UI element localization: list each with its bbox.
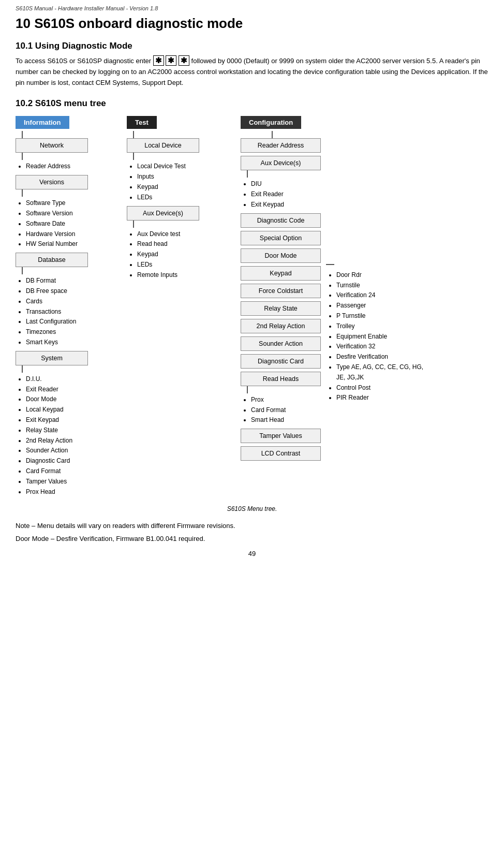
versions-item-3: Hardware Version — [26, 229, 78, 240]
relay-state-node: Relay State — [241, 301, 321, 316]
page-number: 49 — [16, 550, 488, 557]
network-item-reader-address: Reader Address — [26, 162, 70, 172]
test-column: Test Local Device Local Device Test Inpu… — [127, 116, 241, 283]
system-down-connector — [22, 365, 23, 373]
sounder-action-node: Sounder Action — [241, 336, 321, 351]
dm-item-3: Passenger — [336, 301, 424, 311]
system-node: System — [16, 351, 88, 365]
db-item-5: Timezones — [26, 327, 76, 338]
test-aux-device-node: Aux Device(s) — [127, 206, 199, 221]
diagnostic-code-node: Diagnostic Code — [241, 213, 321, 228]
caux-item-2: Exit Keypad — [251, 200, 284, 210]
sys-item-4: Exit Keypad — [26, 415, 72, 426]
door-mode-row: Door Mode Keypad Force Coldstart Relay S… — [241, 245, 424, 461]
sys-item-6: 2nd Relay Action — [26, 436, 72, 446]
dm-item-5: Trolley — [336, 321, 424, 332]
system-list: D.I.U. Exit Reader Door Mode Local Keypa… — [16, 374, 72, 497]
test-to-localdevice-connector — [133, 131, 134, 138]
star-key-2: ✱ — [166, 55, 176, 66]
versions-item-0: Software Type — [26, 198, 78, 209]
read-heads-list: Prox Card Format Smart Head — [241, 395, 286, 426]
door-mode-hconn — [326, 264, 334, 265]
database-down-connector — [22, 267, 23, 274]
dm-item-9: Type AE, AG, CC, CE, CG, HG, JE, JG,JK — [336, 362, 424, 383]
ld-item-0: Local Device Test — [137, 162, 186, 172]
diagnostic-card-node: Diagnostic Card — [241, 354, 321, 369]
lcd-contrast-node: LCD Contrast — [241, 446, 321, 461]
menu-tree-diagram: Information Network Reader Address Versi… — [16, 116, 488, 500]
versions-list: Software Type Software Version Software … — [16, 198, 78, 250]
local-device-node: Local Device — [127, 138, 199, 153]
door-mode-list: Door Rdr Turnstile Verification 24 Passe… — [326, 270, 424, 403]
document-header: S610S Manual - Hardware Installer Manual… — [16, 5, 488, 11]
db-item-6: Smart Keys — [26, 338, 76, 348]
star-key-3: ✱ — [179, 55, 189, 66]
tamper-values-node: Tamper Values — [241, 429, 321, 443]
sys-item-3: Local Keypad — [26, 405, 72, 415]
test-auxdevice-down-connector — [133, 221, 134, 228]
dm-item-6: Equipment Enable — [336, 332, 424, 342]
sys-item-11: Prox Head — [26, 487, 72, 497]
database-node: Database — [16, 253, 88, 267]
footnote: S610S Menu tree. — [16, 505, 488, 512]
dm-item-0: Door Rdr — [336, 270, 424, 281]
door-mode-left: Door Mode Keypad Force Coldstart Relay S… — [241, 245, 321, 461]
db-item-1: DB Free space — [26, 286, 76, 297]
info-to-network-connector — [22, 131, 23, 138]
second-relay-action-node: 2nd Relay Action — [241, 319, 321, 333]
dm-item-4: P Turnstile — [336, 311, 424, 321]
network-list: Reader Address — [16, 162, 70, 172]
network-node: Network — [16, 138, 88, 153]
db-item-0: DB Format — [26, 276, 76, 286]
dm-item-11: PIR Reader — [336, 393, 424, 403]
read-heads-down-connector — [247, 386, 248, 393]
ld-item-2: Keypad — [137, 182, 186, 193]
force-coldstart-node: Force Coldstart — [241, 284, 321, 298]
ld-item-3: LEDs — [137, 193, 186, 203]
sys-item-5: Relay State — [26, 426, 72, 436]
database-list: DB Format DB Free space Cards Transactio… — [16, 276, 76, 348]
section2-title: 10.2 S610S menu tree — [16, 98, 488, 109]
config-column: Configuration Reader Address Aux Device(… — [241, 116, 424, 461]
test-category-header: Test — [127, 116, 157, 129]
note-line-1: Note – Menu details will vary on readers… — [16, 521, 488, 532]
reader-address-node: Reader Address — [241, 138, 321, 153]
intro-paragraph: To access S610S or S610SP diagnostic ent… — [16, 55, 488, 88]
star-key-1: ✱ — [153, 55, 164, 66]
intro-text-before: To access S610S or S610SP diagnostic ent… — [16, 57, 151, 65]
info-column: Information Network Reader Address Versi… — [16, 116, 127, 500]
versions-node: Versions — [16, 175, 88, 189]
network-down-connector — [22, 153, 23, 160]
aux-devices-down-connector — [247, 170, 248, 178]
config-aux-list: DIU Exit Reader Exit Keypad — [241, 179, 284, 210]
caux-item-0: DIU — [251, 179, 284, 189]
versions-down-connector — [22, 189, 23, 197]
db-item-4: Last Configuration — [26, 317, 76, 327]
door-mode-node: Door Mode — [241, 248, 321, 263]
dm-item-1: Turnstile — [336, 281, 424, 291]
config-top-connector — [272, 131, 273, 138]
main-title: 10 S610S onboard diagnostic mode — [16, 16, 488, 32]
sys-item-1: Exit Reader — [26, 385, 72, 395]
special-option-node: Special Option — [241, 231, 321, 245]
read-heads-node: Read Heads — [241, 372, 321, 386]
rh-item-1: Card Format — [251, 405, 286, 416]
section1-title: 10.1 Using Diagnostic Mode — [16, 41, 488, 51]
versions-item-1: Software Version — [26, 209, 78, 219]
sys-item-0: D.I.U. — [26, 374, 72, 385]
sys-item-8: Diagnostic Card — [26, 456, 72, 466]
db-item-3: Transactions — [26, 307, 76, 317]
ld-item-1: Inputs — [137, 172, 186, 182]
versions-item-2: Software Date — [26, 219, 78, 229]
dm-item-7: Verification 32 — [336, 342, 424, 352]
rh-item-0: Prox — [251, 395, 286, 405]
ad-item-3: LEDs — [137, 260, 180, 270]
sys-item-9: Card Format — [26, 466, 72, 477]
dm-item-10: Control Post — [336, 383, 424, 393]
db-item-2: Cards — [26, 297, 76, 307]
rh-item-2: Smart Head — [251, 415, 286, 426]
sys-item-10: Tamper Values — [26, 477, 72, 487]
config-aux-devices-node: Aux Device(s) — [241, 156, 321, 170]
dm-item-2: Verification 24 — [336, 290, 424, 301]
ad-item-1: Read head — [137, 239, 180, 250]
